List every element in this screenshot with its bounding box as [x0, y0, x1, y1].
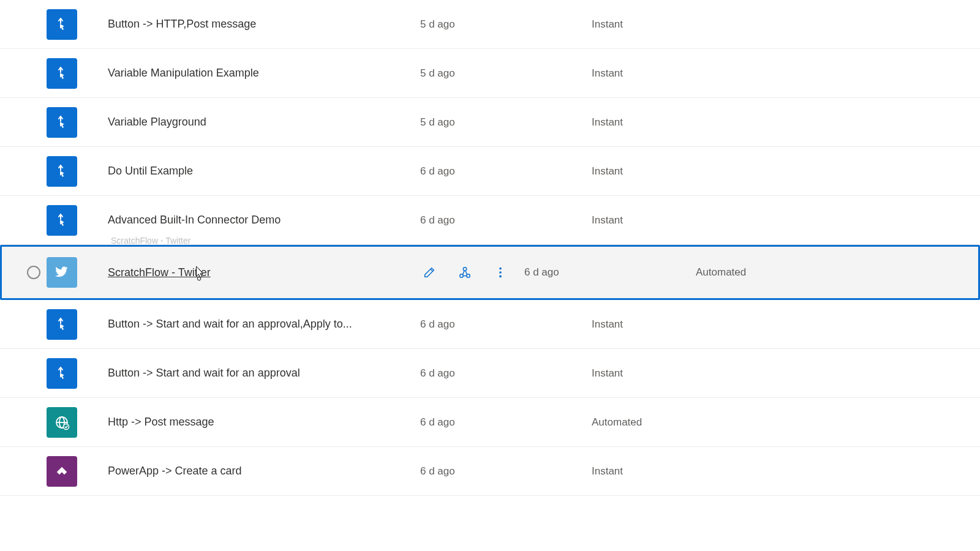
modified-time: 6 d ago	[524, 266, 696, 279]
flow-type: Instant	[592, 67, 714, 80]
edit-button[interactable]	[420, 263, 439, 282]
button-icon	[47, 205, 77, 236]
flow-row[interactable]: Variable Playground5 d agoInstant	[0, 98, 980, 147]
flow-row[interactable]: PowerApp -> Create a card6 d agoInstant	[0, 447, 980, 496]
button-icon	[47, 156, 77, 187]
modified-time: 6 d ago	[420, 465, 592, 478]
select-radio[interactable]	[24, 266, 43, 279]
button-icon	[47, 358, 77, 389]
modified-time: 6 d ago	[420, 318, 592, 331]
share-button[interactable]	[456, 263, 474, 282]
twitter-icon	[47, 257, 77, 288]
modified-time: 5 d ago	[420, 116, 592, 129]
flow-name[interactable]: Variable Playground	[108, 116, 206, 129]
flow-row[interactable]: Advanced Built-In Connector Demo6 d agoI…	[0, 196, 980, 245]
flow-type: Instant	[592, 116, 714, 129]
button-icon	[47, 107, 77, 138]
flow-type: Instant	[592, 367, 714, 380]
flow-row[interactable]: Variable Manipulation Example5 d agoInst…	[0, 49, 980, 98]
modified-time: 6 d ago	[420, 367, 592, 380]
flow-name[interactable]: Button -> Start and wait for an approval…	[108, 318, 352, 331]
flow-name[interactable]: ScratchFlow - Twitter	[108, 266, 211, 279]
more-options-button[interactable]	[491, 263, 510, 282]
flow-row[interactable]: Button -> Start and wait for an approval…	[0, 349, 980, 398]
flow-type: Automated	[696, 266, 818, 279]
flow-row[interactable]: Button -> Start and wait for an approval…	[0, 300, 980, 349]
modified-time: 5 d ago	[420, 67, 592, 80]
flow-row[interactable]: Do Until Example6 d agoInstant	[0, 147, 980, 196]
modified-time: 6 d ago	[420, 214, 592, 227]
flow-row[interactable]: ScratchFlow - TwitterScratchFlow - Twitt…	[0, 245, 980, 300]
flow-name[interactable]: Button -> Start and wait for an approval	[108, 367, 300, 380]
button-icon	[47, 309, 77, 340]
modified-time: 5 d ago	[420, 18, 592, 31]
flow-name[interactable]: Advanced Built-In Connector Demo	[108, 214, 281, 227]
flow-type: Instant	[592, 165, 714, 178]
flow-name[interactable]: Http -> Post message	[108, 416, 214, 429]
flow-row[interactable]: Button -> HTTP,Post message5 d agoInstan…	[0, 0, 980, 49]
button-icon	[47, 58, 77, 89]
flow-name[interactable]: Button -> HTTP,Post message	[108, 18, 256, 31]
button-icon	[47, 9, 77, 40]
flow-type: Automated	[592, 416, 714, 429]
flow-name[interactable]: PowerApp -> Create a card	[108, 465, 242, 478]
flow-list: Button -> HTTP,Post message5 d agoInstan…	[0, 0, 980, 496]
powerapps-icon	[47, 456, 77, 487]
flow-type: Instant	[592, 214, 714, 227]
flow-name[interactable]: Do Until Example	[108, 165, 193, 178]
flow-type: Instant	[592, 465, 714, 478]
flow-name[interactable]: Variable Manipulation Example	[108, 67, 259, 80]
flow-row[interactable]: Http -> Post message6 d agoAutomated	[0, 398, 980, 447]
http-icon	[47, 407, 77, 438]
flow-type: Instant	[592, 18, 714, 31]
modified-time: 6 d ago	[420, 416, 592, 429]
flow-type: Instant	[592, 318, 714, 331]
modified-time: 6 d ago	[420, 165, 592, 178]
